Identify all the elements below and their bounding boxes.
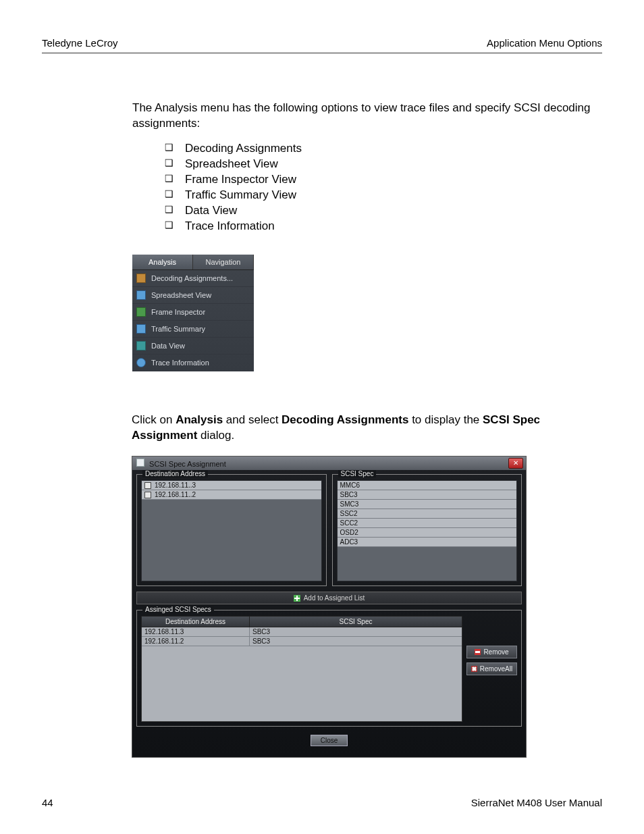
- remove-label: Remove: [483, 648, 508, 656]
- menu-item-dataview[interactable]: Data View: [132, 338, 254, 355]
- dialog-titlebar: SCSI Spec Assignment ✕: [132, 457, 526, 470]
- menu-item-label: Trace Information: [151, 359, 209, 367]
- dest-label: 192.168.11..3: [155, 481, 196, 489]
- page-number: 44: [42, 797, 53, 808]
- checkbox-icon[interactable]: [144, 492, 151, 498]
- assigned-table: Destination Address SCSI Spec 192.168.11…: [141, 616, 462, 722]
- dialog-screenshot: SCSI Spec Assignment ✕ Destination Addre…: [132, 456, 595, 758]
- dest-label: 192.168.11..2: [155, 491, 196, 498]
- remove-button[interactable]: Remove: [466, 646, 517, 658]
- table-header: Destination Address SCSI Spec: [141, 616, 462, 627]
- menu-item-label: Spreadsheet View: [151, 291, 211, 299]
- spec-label: OSD2: [340, 529, 358, 536]
- scsi-spec-dialog: SCSI Spec Assignment ✕ Destination Addre…: [132, 456, 527, 758]
- text: Click on: [132, 413, 176, 426]
- menu-item-traceinfo[interactable]: Trace Information: [132, 355, 254, 371]
- group-legend: SCSI Spec: [338, 470, 377, 477]
- manual-title: SierraNet M408 User Manual: [471, 797, 602, 808]
- col-header-spec[interactable]: SCSI Spec: [250, 617, 462, 627]
- menu-item-decoding[interactable]: Decoding Assignments...: [132, 270, 254, 287]
- intro-paragraph: The Analysis menu has the following opti…: [132, 101, 595, 132]
- list-item: Trace Information: [165, 219, 595, 234]
- col-header-dest[interactable]: Destination Address: [142, 617, 250, 627]
- menu-tabs: Analysis Navigation: [132, 255, 254, 270]
- dest-row[interactable]: 192.168.11..2: [142, 490, 321, 500]
- list-item: Traffic Summary View: [165, 188, 595, 203]
- menu-items: Decoding Assignments... Spreadsheet View…: [132, 270, 254, 371]
- options-list: Decoding Assignments Spreadsheet View Fr…: [132, 141, 595, 234]
- cell-spec: SBC3: [250, 637, 462, 646]
- page-header: Teledyne LeCroy Application Menu Options: [42, 37, 602, 53]
- text: and select: [226, 413, 281, 426]
- cell-dest: 192.168.11.3: [142, 627, 250, 636]
- trace-info-icon: [136, 358, 146, 367]
- spec-row[interactable]: SMC3: [338, 500, 517, 509]
- dialog-body: Destination Address 192.168.11..3 192.16…: [132, 470, 526, 757]
- spec-listbox[interactable]: MMC6 SBC3 SMC3 SSC2 SCC2 OSD2 ADC3: [337, 480, 518, 581]
- spec-label: SBC3: [340, 491, 358, 498]
- add-to-assigned-button[interactable]: Add to Assigned List: [136, 592, 522, 604]
- add-label: Add to Assigned List: [304, 594, 365, 602]
- menu-item-traffic[interactable]: Traffic Summary: [132, 321, 254, 338]
- spec-row[interactable]: SCC2: [338, 519, 517, 528]
- spec-row[interactable]: SSC2: [338, 509, 517, 519]
- checkbox-icon[interactable]: [144, 482, 151, 489]
- dest-row[interactable]: 192.168.11..3: [142, 481, 321, 490]
- menu-item-frame[interactable]: Frame Inspector: [132, 304, 254, 321]
- menu-item-label: Decoding Assignments...: [151, 274, 233, 282]
- list-item: Spreadsheet View: [165, 157, 595, 172]
- spec-label: SMC3: [340, 500, 359, 508]
- cell-spec: SBC3: [250, 627, 462, 636]
- menu-item-spreadsheet[interactable]: Spreadsheet View: [132, 287, 254, 304]
- dialog-title: SCSI Spec Assignment: [149, 460, 226, 468]
- tab-analysis[interactable]: Analysis: [132, 255, 193, 269]
- spreadsheet-icon: [136, 290, 146, 300]
- destination-listbox[interactable]: 192.168.11..3 192.168.11..2: [141, 480, 322, 581]
- text: dialog.: [200, 429, 234, 442]
- bold-decoding: Decoding Assignments: [281, 413, 408, 426]
- traffic-summary-icon: [136, 324, 146, 334]
- instruction-paragraph: Click on Analysis and select Decoding As…: [132, 412, 595, 444]
- text: to display the: [412, 413, 483, 426]
- side-buttons: Remove RemoveAll: [466, 616, 517, 722]
- list-item: Decoding Assignments: [165, 141, 595, 157]
- header-left: Teledyne LeCroy: [42, 37, 118, 49]
- close-button[interactable]: ✕: [508, 458, 523, 469]
- assigned-body: Destination Address SCSI Spec 192.168.11…: [141, 616, 517, 722]
- page: Teledyne LeCroy Application Menu Options…: [0, 0, 644, 785]
- top-row: Destination Address 192.168.11..3 192.16…: [136, 474, 522, 586]
- spec-row[interactable]: MMC6: [338, 481, 517, 490]
- table-row[interactable]: 192.168.11.3 SBC3: [142, 627, 462, 637]
- list-item: Data View: [165, 203, 595, 219]
- menu-item-label: Data View: [151, 342, 185, 350]
- scsi-spec-group: SCSI Spec MMC6 SBC3 SMC3 SSC2 SCC2 OSD2 …: [332, 474, 522, 586]
- body-content: The Analysis menu has the following opti…: [42, 101, 602, 758]
- window-icon: [136, 459, 144, 467]
- destination-address-group: Destination Address 192.168.11..3 192.16…: [136, 474, 327, 586]
- spec-label: SSC2: [340, 510, 358, 517]
- analysis-menu-screenshot: Analysis Navigation Decoding Assignments…: [132, 255, 254, 371]
- spec-row[interactable]: ADC3: [338, 538, 517, 547]
- frame-inspector-icon: [136, 307, 146, 317]
- table-body: 192.168.11.3 SBC3 192.168.11.2 SBC3: [141, 627, 462, 722]
- group-legend: Destination Address: [142, 470, 208, 477]
- remove-all-label: RemoveAll: [480, 665, 512, 673]
- assigned-specs-group: Assinged SCSI Specs Destination Address …: [136, 610, 522, 727]
- page-footer: 44 SierraNet M408 User Manual: [42, 797, 602, 808]
- spec-label: SCC2: [340, 519, 358, 527]
- decoding-icon: [136, 273, 146, 283]
- tab-navigation[interactable]: Navigation: [193, 255, 254, 269]
- dialog-close-button[interactable]: Close: [311, 735, 348, 746]
- spec-label: MMC6: [340, 481, 360, 489]
- header-right: Application Menu Options: [487, 37, 602, 49]
- cell-dest: 192.168.11.2: [142, 637, 250, 646]
- bold-analysis: Analysis: [176, 413, 223, 426]
- table-row[interactable]: 192.168.11.2 SBC3: [142, 637, 462, 646]
- remove-all-button[interactable]: RemoveAll: [466, 662, 517, 675]
- spec-row[interactable]: SBC3: [338, 490, 517, 500]
- menu-item-label: Traffic Summary: [151, 325, 205, 333]
- dialog-title-left: SCSI Spec Assignment: [136, 459, 226, 468]
- plus-icon: [294, 595, 300, 602]
- spec-row[interactable]: OSD2: [338, 528, 517, 538]
- group-legend: Assinged SCSI Specs: [142, 606, 214, 613]
